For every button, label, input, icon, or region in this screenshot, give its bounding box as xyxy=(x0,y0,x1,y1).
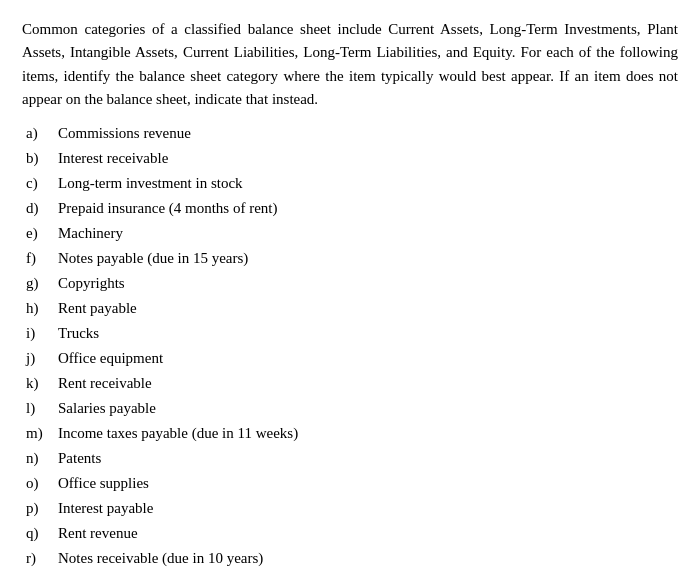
list-item-text: Interest payable xyxy=(58,496,678,520)
list-item-label: m) xyxy=(22,421,58,445)
list-item: c)Long-term investment in stock xyxy=(22,171,678,195)
list-item-label: n) xyxy=(22,446,58,470)
list-item-text: Salaries payable xyxy=(58,396,678,420)
list-item: q)Rent revenue xyxy=(22,521,678,545)
list-item-text: Trucks xyxy=(58,321,678,345)
list-item-text: Commissions revenue xyxy=(58,121,678,145)
list-item-text: Rent revenue xyxy=(58,521,678,545)
list-item-text: Machinery xyxy=(58,221,678,245)
list-item-text: Office equipment xyxy=(58,346,678,370)
list-item: m)Income taxes payable (due in 11 weeks) xyxy=(22,421,678,445)
list-item-label: d) xyxy=(22,196,58,220)
list-item-text: Income taxes payable (due in 11 weeks) xyxy=(58,421,678,445)
list-item-text: Notes payable (due in 15 years) xyxy=(58,246,678,270)
list-item-label: a) xyxy=(22,121,58,145)
list-item-text: Rent payable xyxy=(58,296,678,320)
list-item-label: g) xyxy=(22,271,58,295)
list-item: i)Trucks xyxy=(22,321,678,345)
list-item-label: h) xyxy=(22,296,58,320)
list-item-label: r) xyxy=(22,546,58,570)
list-item: d)Prepaid insurance (4 months of rent) xyxy=(22,196,678,220)
list-item-label: e) xyxy=(22,221,58,245)
list-item-label: b) xyxy=(22,146,58,170)
list-item-label: k) xyxy=(22,371,58,395)
list-item-text: Interest receivable xyxy=(58,146,678,170)
list-item-text: Notes receivable (due in 10 years) xyxy=(58,546,678,570)
list-item: n)Patents xyxy=(22,446,678,470)
list-item: j)Office equipment xyxy=(22,346,678,370)
list-item-label: o) xyxy=(22,471,58,495)
list-item: h)Rent payable xyxy=(22,296,678,320)
list-item: l)Salaries payable xyxy=(22,396,678,420)
list-item-label: f) xyxy=(22,246,58,270)
list-item: f)Notes payable (due in 15 years) xyxy=(22,246,678,270)
list-item-text: Long-term investment in stock xyxy=(58,171,678,195)
list-item-label: i) xyxy=(22,321,58,345)
list-item-text: Copyrights xyxy=(58,271,678,295)
list-item-text: Patents xyxy=(58,446,678,470)
list-item: k)Rent receivable xyxy=(22,371,678,395)
list-item: e)Machinery xyxy=(22,221,678,245)
list-item: a)Commissions revenue xyxy=(22,121,678,145)
list-item-label: c) xyxy=(22,171,58,195)
list-item: g)Copyrights xyxy=(22,271,678,295)
items-list: a)Commissions revenueb)Interest receivab… xyxy=(22,121,678,573)
list-item-text: Prepaid insurance (4 months of rent) xyxy=(58,196,678,220)
list-item: o)Office supplies xyxy=(22,471,678,495)
list-item-text: Office supplies xyxy=(58,471,678,495)
list-item-label: p) xyxy=(22,496,58,520)
list-item-label: q) xyxy=(22,521,58,545)
list-item-label: j) xyxy=(22,346,58,370)
list-item: b)Interest receivable xyxy=(22,146,678,170)
list-item-label: l) xyxy=(22,396,58,420)
list-item: r)Notes receivable (due in 10 years) xyxy=(22,546,678,570)
intro-paragraph: Common categories of a classified balanc… xyxy=(22,18,678,111)
list-item: p)Interest payable xyxy=(22,496,678,520)
list-item-text: Rent receivable xyxy=(58,371,678,395)
